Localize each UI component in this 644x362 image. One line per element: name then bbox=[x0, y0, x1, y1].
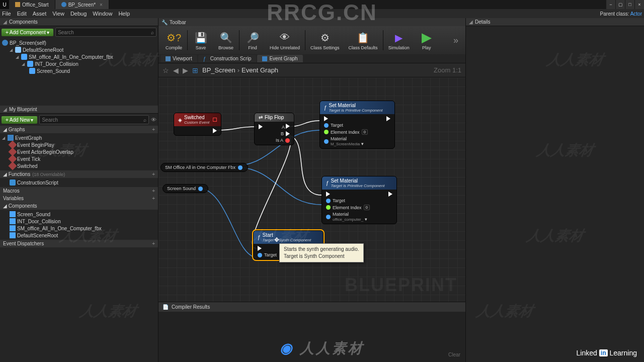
components-search[interactable]: ⌕ bbox=[55, 28, 156, 37]
menu-debug[interactable]: Debug bbox=[70, 11, 87, 17]
tree-item[interactable]: Switched bbox=[0, 162, 158, 169]
exec-out-pin[interactable] bbox=[386, 116, 390, 121]
bool-out-pin[interactable] bbox=[285, 138, 290, 143]
myblueprint-header[interactable]: ◢ My Blueprint bbox=[0, 106, 158, 114]
delegate-pin[interactable] bbox=[213, 118, 217, 122]
int-pin[interactable] bbox=[324, 130, 329, 134]
exec-out-a-pin[interactable] bbox=[286, 124, 290, 129]
tab-viewport[interactable]: Viewport bbox=[160, 55, 197, 62]
overflow-icon[interactable]: » bbox=[453, 35, 462, 46]
exec-in-pin[interactable] bbox=[326, 192, 330, 197]
menu-edit[interactable]: Edit bbox=[17, 11, 27, 17]
material-pin[interactable] bbox=[324, 139, 329, 144]
search-input[interactable] bbox=[58, 30, 151, 35]
section-functions[interactable]: ◢ Functions(18 Overridable)+ bbox=[0, 170, 158, 178]
tree-item[interactable]: Screen_Sound bbox=[0, 211, 158, 218]
event-graph-canvas[interactable]: ◈ Switched Custom Event ⇄Flip Flop A B bbox=[158, 77, 465, 302]
find-button[interactable]: 🔎Find bbox=[240, 30, 265, 51]
target-pin[interactable] bbox=[326, 199, 331, 203]
section-variables[interactable]: Variables+ bbox=[0, 195, 158, 202]
myblueprint-search[interactable]: ⌕ bbox=[39, 115, 149, 124]
tree-item[interactable]: ConstructionScript bbox=[0, 179, 158, 186]
favorite-icon[interactable]: ☆ bbox=[163, 66, 169, 74]
maximize-button[interactable]: □ bbox=[625, 0, 634, 9]
exec-in-pin[interactable] bbox=[324, 116, 328, 121]
section-graphs[interactable]: ◢ Graphs+ bbox=[0, 126, 158, 133]
section-components[interactable]: ◢ Components bbox=[0, 202, 158, 210]
node-header[interactable]: ƒSet MaterialTarget is Primitive Compone… bbox=[322, 176, 396, 190]
tree-item[interactable]: Event BeginPlay bbox=[0, 141, 158, 148]
class-defaults-button[interactable]: 📋Class Defaults bbox=[345, 30, 382, 51]
tree-item[interactable]: Event Tick bbox=[0, 155, 158, 162]
exec-out-b-pin[interactable] bbox=[286, 131, 290, 136]
tree-item[interactable]: Screen_Sound bbox=[0, 67, 158, 74]
node-header[interactable]: ⇄Flip Flop bbox=[255, 113, 294, 122]
clear-button[interactable]: Clear bbox=[158, 312, 465, 357]
node-var-screen-sound[interactable]: Screen Sound bbox=[163, 184, 208, 193]
add-icon[interactable]: + bbox=[152, 171, 155, 177]
section-macros[interactable]: Macros+ bbox=[0, 187, 158, 195]
material-value[interactable]: office_computer_ bbox=[333, 217, 363, 222]
search-input[interactable] bbox=[42, 117, 143, 123]
node-set-material-1[interactable]: ƒSet MaterialTarget is Primitive Compone… bbox=[319, 101, 395, 149]
breadcrumb-path[interactable]: BP_Screen›Event Graph bbox=[202, 66, 278, 74]
tree-item[interactable]: ◢SM_office_All_In_One_Computer_fbx bbox=[0, 53, 158, 60]
node-var-sm-office[interactable]: SM Office All in One Computer Fbx bbox=[160, 163, 248, 172]
int-value[interactable]: 0 bbox=[362, 129, 368, 135]
tree-item[interactable]: DefaultSceneRoot bbox=[0, 232, 158, 239]
close-button[interactable]: × bbox=[635, 0, 644, 9]
object-out-pin[interactable] bbox=[238, 165, 243, 170]
add-icon[interactable]: + bbox=[152, 241, 155, 246]
tree-item[interactable]: SM_office_All_In_One_Computer_fbx bbox=[0, 225, 158, 232]
add-new-button[interactable]: + Add New ▾ bbox=[2, 116, 37, 124]
section-dispatchers[interactable]: Event Dispatchers+ bbox=[0, 240, 158, 247]
menu-help[interactable]: Help bbox=[118, 11, 130, 17]
simulation-button[interactable]: ▶Simulation bbox=[384, 30, 414, 51]
tree-item[interactable]: ◢INT_Door_Collision bbox=[0, 60, 158, 67]
int-value[interactable]: 0 bbox=[364, 205, 370, 210]
node-set-material-2[interactable]: ƒSet MaterialTarget is Primitive Compone… bbox=[321, 176, 397, 224]
tree-item[interactable]: ◢EventGraph bbox=[0, 134, 158, 141]
menu-file[interactable]: File bbox=[2, 11, 11, 17]
node-header[interactable]: ƒStartTarget is Synth Component bbox=[254, 231, 323, 244]
material-value[interactable]: M_ScreenMedia bbox=[331, 142, 360, 146]
class-settings-button[interactable]: ⚙Class Settings bbox=[306, 30, 344, 51]
forward-button[interactable]: ▶ bbox=[183, 66, 188, 74]
node-flipflop[interactable]: ⇄Flip Flop A B Is A bbox=[254, 113, 294, 145]
save-button[interactable]: 💾Save bbox=[189, 30, 213, 51]
target-pin[interactable] bbox=[324, 123, 329, 128]
target-pin[interactable] bbox=[258, 253, 262, 257]
menu-window[interactable]: Window bbox=[93, 11, 112, 17]
material-pin[interactable] bbox=[326, 215, 331, 219]
exec-in-pin[interactable] bbox=[258, 246, 262, 251]
tab-bp-screen[interactable]: BP_Screen* × bbox=[55, 0, 109, 9]
add-component-button[interactable]: + Add Component ▾ bbox=[2, 29, 53, 36]
breadcrumb-current[interactable]: Event Graph bbox=[242, 66, 278, 74]
tree-item[interactable]: INT_Door_Collision bbox=[0, 218, 158, 225]
toolbar-header[interactable]: 🔧 Toolbar bbox=[158, 18, 465, 26]
restore-button[interactable]: ▢ bbox=[616, 0, 625, 9]
minimize-button[interactable]: − bbox=[606, 0, 615, 9]
tree-item[interactable]: Event ActorBeginOverlap bbox=[0, 148, 158, 155]
compiler-results-header[interactable]: 📄 Compiler Results bbox=[158, 302, 465, 312]
parent-class-link[interactable]: Actor bbox=[630, 11, 642, 17]
exec-out-pin[interactable] bbox=[213, 128, 217, 133]
tab-event-graph[interactable]: Event Graph bbox=[257, 55, 302, 62]
menu-asset[interactable]: Asset bbox=[33, 11, 47, 17]
menu-view[interactable]: View bbox=[52, 11, 64, 17]
object-out-pin[interactable] bbox=[198, 187, 203, 191]
components-header[interactable]: ◢ Components bbox=[0, 18, 158, 26]
tree-item[interactable]: ◢DefaultSceneRoot bbox=[0, 46, 158, 53]
eye-icon[interactable]: 👁 bbox=[151, 117, 156, 123]
add-icon[interactable]: + bbox=[152, 188, 155, 194]
tab-construction[interactable]: ƒConstruction Scrip bbox=[198, 55, 257, 62]
exec-in-pin[interactable] bbox=[259, 124, 263, 129]
play-button[interactable]: ▶Play bbox=[415, 30, 439, 51]
back-button[interactable]: ◀ bbox=[173, 66, 179, 74]
hide-unrelated-button[interactable]: 👁Hide Unrelated bbox=[266, 30, 304, 51]
details-header[interactable]: ◢ Details bbox=[466, 18, 644, 26]
close-icon[interactable]: × bbox=[100, 2, 103, 8]
tab-office-start[interactable]: Office_Start bbox=[9, 0, 55, 9]
add-icon[interactable]: + bbox=[152, 127, 155, 132]
breadcrumb-root[interactable]: BP_Screen bbox=[202, 66, 235, 74]
